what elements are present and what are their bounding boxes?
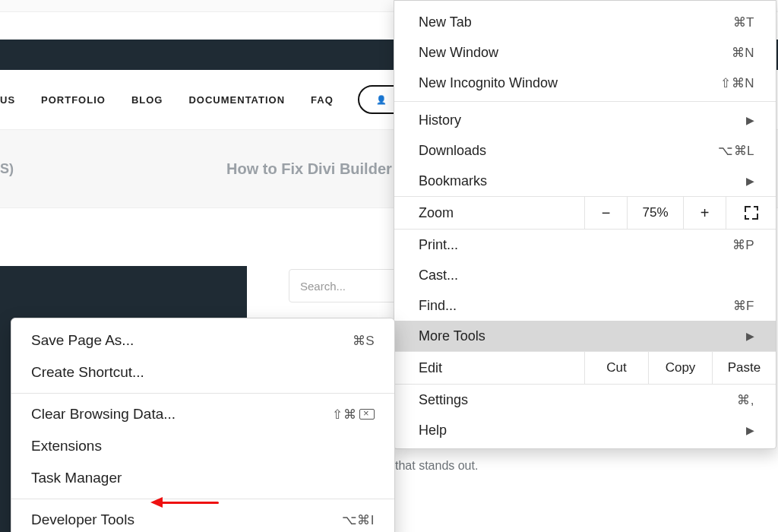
menu-label: Downloads	[419, 143, 486, 159]
nav-item-documentation[interactable]: DOCUMENTATION	[188, 94, 285, 106]
submenu-create-shortcut[interactable]: Create Shortcut...	[11, 356, 394, 388]
menu-shortcut: ⌘,	[737, 392, 754, 408]
menu-edit-row: Edit Cut Copy Paste	[394, 351, 776, 385]
menu-shortcut: ⌘F	[733, 298, 754, 314]
menu-print[interactable]: Print... ⌘P	[394, 230, 776, 260]
menu-new-window[interactable]: New Window ⌘N	[394, 37, 776, 68]
nav-item-faq[interactable]: FAQ	[311, 94, 334, 106]
edit-cut-button[interactable]: Cut	[584, 352, 648, 384]
search-placeholder: Search...	[300, 280, 346, 293]
zoom-value: 75%	[627, 197, 683, 229]
fullscreen-icon	[745, 206, 758, 220]
chevron-right-icon: ▶	[746, 175, 754, 187]
zoom-out-button[interactable]: −	[584, 197, 627, 229]
menu-label: New Window	[419, 45, 498, 61]
menu-new-incognito[interactable]: New Incognito Window ⇧⌘N	[394, 68, 776, 98]
submenu-developer-tools[interactable]: Developer Tools ⌥⌘I	[11, 504, 394, 532]
submenu-task-manager[interactable]: Task Manager	[11, 462, 394, 494]
submenu-label: Save Page As...	[31, 332, 134, 349]
menu-label: Find...	[419, 298, 457, 314]
menu-label: Cast...	[419, 268, 458, 283]
menu-settings[interactable]: Settings ⌘,	[394, 385, 776, 415]
user-icon: 👤	[376, 95, 388, 105]
menu-label: New Tab	[419, 14, 472, 30]
submenu-label: Extensions	[31, 438, 102, 454]
body-text-fragment: that stands out.	[395, 459, 478, 473]
menu-shortcut: ⌘T	[733, 14, 754, 30]
menu-shortcut: ⌥⌘L	[718, 143, 754, 159]
submenu-label: Task Manager	[31, 470, 122, 486]
menu-edit-label: Edit	[394, 352, 584, 384]
chevron-right-icon: ▶	[746, 424, 754, 436]
menu-more-tools[interactable]: More Tools ▶	[394, 321, 776, 351]
submenu-shortcut: ⌘S	[353, 333, 375, 349]
submenu-shortcut: ⇧⌘	[332, 407, 375, 423]
fullscreen-button[interactable]	[726, 197, 776, 229]
menu-label: Print...	[419, 237, 458, 253]
submenu-separator	[11, 393, 394, 394]
submenu-separator	[11, 499, 394, 499]
menu-shortcut: ⌘P	[732, 237, 754, 253]
nav-item-portfolio[interactable]: PORTFOLIO	[41, 94, 106, 106]
submenu-label: Developer Tools	[31, 511, 134, 528]
menu-label: Settings	[419, 392, 468, 408]
menu-shortcut: ⌘N	[732, 45, 754, 61]
submenu-label: Clear Browsing Data...	[31, 406, 176, 423]
zoom-in-button[interactable]: +	[683, 197, 726, 229]
edit-paste-button[interactable]: Paste	[712, 352, 776, 384]
menu-help[interactable]: Help ▶	[394, 415, 776, 445]
menu-cast[interactable]: Cast...	[394, 260, 776, 290]
menu-label: New Incognito Window	[419, 75, 558, 91]
chevron-right-icon: ▶	[746, 114, 754, 126]
menu-label: Bookmarks	[419, 173, 487, 189]
menu-history[interactable]: History ▶	[394, 105, 776, 135]
submenu-label: Create Shortcut...	[31, 364, 144, 381]
breadcrumb-left-fragment: S)	[0, 161, 14, 177]
submenu-clear-browsing-data[interactable]: Clear Browsing Data... ⇧⌘	[11, 398, 394, 430]
menu-zoom-label: Zoom	[394, 197, 584, 229]
menu-bookmarks[interactable]: Bookmarks ▶	[394, 166, 776, 196]
nav-item-us[interactable]: US	[0, 94, 15, 106]
delete-key-icon	[359, 409, 375, 420]
menu-label: More Tools	[419, 328, 485, 344]
nav-item-blog[interactable]: BLOG	[131, 94, 163, 106]
submenu-save-page[interactable]: Save Page As... ⌘S	[11, 325, 394, 356]
edit-copy-button[interactable]: Copy	[648, 352, 712, 384]
menu-shortcut: ⇧⌘N	[720, 75, 754, 91]
submenu-shortcut: ⌥⌘I	[342, 512, 375, 528]
menu-new-tab[interactable]: New Tab ⌘T	[394, 7, 776, 37]
menu-downloads[interactable]: Downloads ⌥⌘L	[394, 135, 776, 166]
submenu-extensions[interactable]: Extensions	[11, 430, 394, 462]
menu-label: History	[419, 112, 461, 128]
menu-find[interactable]: Find... ⌘F	[394, 290, 776, 321]
chevron-right-icon: ▶	[746, 330, 754, 342]
chrome-main-menu: New Tab ⌘T New Window ⌘N New Incognito W…	[394, 0, 776, 449]
menu-zoom-row: Zoom − 75% +	[394, 196, 776, 230]
more-tools-submenu: Save Page As... ⌘S Create Shortcut... Cl…	[11, 318, 395, 532]
menu-separator	[394, 101, 776, 102]
menu-label: Help	[419, 423, 447, 439]
